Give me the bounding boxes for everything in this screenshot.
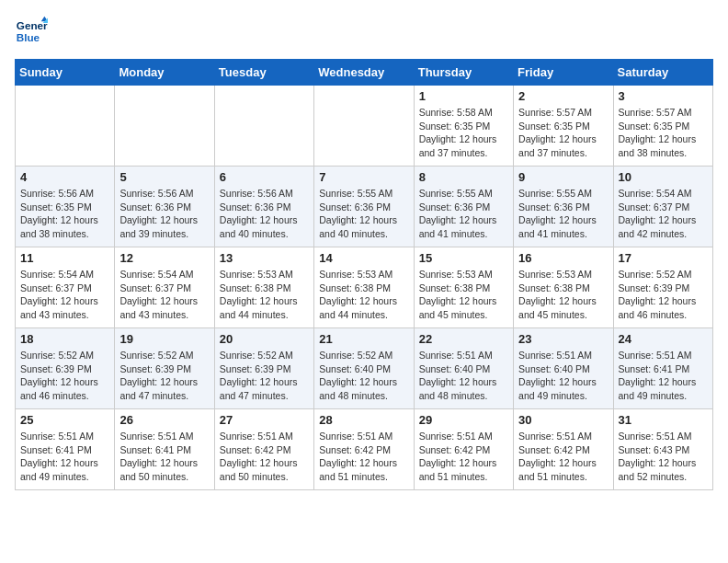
calendar-cell: 17Sunrise: 5:52 AM Sunset: 6:39 PM Dayli…: [613, 247, 712, 328]
cell-text: Sunrise: 5:55 AM Sunset: 6:36 PM Dayligh…: [419, 187, 508, 241]
cell-text: Sunrise: 5:53 AM Sunset: 6:38 PM Dayligh…: [518, 268, 608, 322]
calendar-cell: 16Sunrise: 5:53 AM Sunset: 6:38 PM Dayli…: [514, 247, 613, 328]
day-number: 12: [119, 251, 209, 265]
calendar-cell: 13Sunrise: 5:53 AM Sunset: 6:38 PM Dayli…: [214, 247, 313, 328]
day-number: 9: [518, 170, 608, 184]
cell-text: Sunrise: 5:51 AM Sunset: 6:42 PM Dayligh…: [220, 430, 309, 484]
calendar-cell: 22Sunrise: 5:51 AM Sunset: 6:40 PM Dayli…: [414, 328, 513, 409]
calendar-cell: 19Sunrise: 5:52 AM Sunset: 6:39 PM Dayli…: [115, 328, 214, 409]
day-number: 22: [419, 332, 508, 346]
calendar-cell: 9Sunrise: 5:55 AM Sunset: 6:36 PM Daylig…: [514, 167, 613, 247]
cell-text: Sunrise: 5:54 AM Sunset: 6:37 PM Dayligh…: [619, 187, 708, 241]
day-number: 14: [319, 251, 408, 265]
calendar-cell: 27Sunrise: 5:51 AM Sunset: 6:42 PM Dayli…: [214, 409, 313, 490]
calendar-cell: 2Sunrise: 5:57 AM Sunset: 6:35 PM Daylig…: [514, 86, 613, 167]
calendar-cell: 18Sunrise: 5:52 AM Sunset: 6:39 PM Dayli…: [16, 328, 115, 409]
day-number: 30: [518, 413, 608, 427]
cell-text: Sunrise: 5:52 AM Sunset: 6:39 PM Dayligh…: [20, 349, 109, 403]
day-number: 28: [319, 413, 408, 427]
calendar-cell: 7Sunrise: 5:55 AM Sunset: 6:36 PM Daylig…: [314, 167, 414, 247]
cell-text: Sunrise: 5:51 AM Sunset: 6:43 PM Dayligh…: [619, 430, 708, 484]
page-header: General Blue: [15, 15, 713, 48]
calendar-cell: 10Sunrise: 5:54 AM Sunset: 6:37 PM Dayli…: [613, 167, 712, 247]
day-number: 13: [220, 251, 309, 265]
day-number: 31: [619, 413, 708, 427]
day-number: 15: [419, 251, 508, 265]
cell-text: Sunrise: 5:54 AM Sunset: 6:37 PM Dayligh…: [119, 268, 209, 322]
weekday-header-tuesday: Tuesday: [214, 60, 313, 86]
calendar-cell: 24Sunrise: 5:51 AM Sunset: 6:41 PM Dayli…: [613, 328, 712, 409]
day-number: 23: [518, 332, 608, 346]
day-number: 20: [220, 332, 309, 346]
cell-text: Sunrise: 5:54 AM Sunset: 6:37 PM Dayligh…: [20, 268, 109, 322]
day-number: 19: [119, 332, 209, 346]
calendar-cell: [214, 86, 313, 167]
calendar-header: SundayMondayTuesdayWednesdayThursdayFrid…: [16, 60, 713, 86]
cell-text: Sunrise: 5:52 AM Sunset: 6:39 PM Dayligh…: [220, 349, 309, 403]
day-number: 26: [119, 413, 209, 427]
svg-text:Blue: Blue: [17, 31, 40, 43]
cell-text: Sunrise: 5:53 AM Sunset: 6:38 PM Dayligh…: [419, 268, 508, 322]
day-number: 17: [619, 251, 708, 265]
cell-text: Sunrise: 5:51 AM Sunset: 6:41 PM Dayligh…: [20, 430, 109, 484]
cell-text: Sunrise: 5:58 AM Sunset: 6:35 PM Dayligh…: [419, 106, 508, 160]
day-number: 29: [419, 413, 508, 427]
day-number: 27: [220, 413, 309, 427]
calendar-cell: 14Sunrise: 5:53 AM Sunset: 6:38 PM Dayli…: [314, 247, 414, 328]
calendar-cell: 23Sunrise: 5:51 AM Sunset: 6:40 PM Dayli…: [514, 328, 613, 409]
calendar-cell: 15Sunrise: 5:53 AM Sunset: 6:38 PM Dayli…: [414, 247, 513, 328]
cell-text: Sunrise: 5:55 AM Sunset: 6:36 PM Dayligh…: [518, 187, 608, 241]
day-number: 16: [518, 251, 608, 265]
weekday-header-wednesday: Wednesday: [314, 60, 414, 86]
cell-text: Sunrise: 5:51 AM Sunset: 6:42 PM Dayligh…: [319, 430, 408, 484]
weekday-header-saturday: Saturday: [613, 60, 712, 86]
cell-text: Sunrise: 5:56 AM Sunset: 6:35 PM Dayligh…: [20, 187, 109, 241]
calendar-cell: 28Sunrise: 5:51 AM Sunset: 6:42 PM Dayli…: [314, 409, 414, 490]
calendar-cell: 6Sunrise: 5:56 AM Sunset: 6:36 PM Daylig…: [214, 167, 313, 247]
day-number: 4: [20, 170, 109, 184]
calendar-cell: 5Sunrise: 5:56 AM Sunset: 6:36 PM Daylig…: [115, 167, 214, 247]
day-number: 5: [119, 170, 209, 184]
logo-icon: General Blue: [15, 15, 48, 48]
calendar-cell: 26Sunrise: 5:51 AM Sunset: 6:41 PM Dayli…: [115, 409, 214, 490]
cell-text: Sunrise: 5:51 AM Sunset: 6:40 PM Dayligh…: [518, 349, 608, 403]
calendar-cell: 8Sunrise: 5:55 AM Sunset: 6:36 PM Daylig…: [414, 167, 513, 247]
cell-text: Sunrise: 5:51 AM Sunset: 6:41 PM Dayligh…: [119, 430, 209, 484]
cell-text: Sunrise: 5:51 AM Sunset: 6:42 PM Dayligh…: [518, 430, 608, 484]
calendar-cell: [115, 86, 214, 167]
cell-text: Sunrise: 5:52 AM Sunset: 6:40 PM Dayligh…: [319, 349, 408, 403]
cell-text: Sunrise: 5:57 AM Sunset: 6:35 PM Dayligh…: [619, 106, 708, 160]
day-number: 2: [518, 89, 608, 103]
calendar-cell: 11Sunrise: 5:54 AM Sunset: 6:37 PM Dayli…: [16, 247, 115, 328]
calendar-cell: 20Sunrise: 5:52 AM Sunset: 6:39 PM Dayli…: [214, 328, 313, 409]
calendar-cell: [314, 86, 414, 167]
day-number: 21: [319, 332, 408, 346]
day-number: 3: [619, 89, 708, 103]
weekday-header-monday: Monday: [115, 60, 214, 86]
calendar-cell: 25Sunrise: 5:51 AM Sunset: 6:41 PM Dayli…: [16, 409, 115, 490]
calendar-cell: 1Sunrise: 5:58 AM Sunset: 6:35 PM Daylig…: [414, 86, 513, 167]
calendar-cell: 21Sunrise: 5:52 AM Sunset: 6:40 PM Dayli…: [314, 328, 414, 409]
day-number: 7: [319, 170, 408, 184]
day-number: 1: [419, 89, 508, 103]
cell-text: Sunrise: 5:52 AM Sunset: 6:39 PM Dayligh…: [119, 349, 209, 403]
weekday-header-friday: Friday: [514, 60, 613, 86]
calendar-cell: [16, 86, 115, 167]
cell-text: Sunrise: 5:52 AM Sunset: 6:39 PM Dayligh…: [619, 268, 708, 322]
calendar-cell: 31Sunrise: 5:51 AM Sunset: 6:43 PM Dayli…: [613, 409, 712, 490]
day-number: 8: [419, 170, 508, 184]
cell-text: Sunrise: 5:53 AM Sunset: 6:38 PM Dayligh…: [220, 268, 309, 322]
cell-text: Sunrise: 5:55 AM Sunset: 6:36 PM Dayligh…: [319, 187, 408, 241]
cell-text: Sunrise: 5:57 AM Sunset: 6:35 PM Dayligh…: [518, 106, 608, 160]
calendar-cell: 12Sunrise: 5:54 AM Sunset: 6:37 PM Dayli…: [115, 247, 214, 328]
day-number: 25: [20, 413, 109, 427]
cell-text: Sunrise: 5:51 AM Sunset: 6:41 PM Dayligh…: [619, 349, 708, 403]
day-number: 10: [619, 170, 708, 184]
calendar-table: SundayMondayTuesdayWednesdayThursdayFrid…: [15, 59, 713, 490]
day-number: 18: [20, 332, 109, 346]
day-number: 6: [220, 170, 309, 184]
cell-text: Sunrise: 5:53 AM Sunset: 6:38 PM Dayligh…: [319, 268, 408, 322]
calendar-cell: 30Sunrise: 5:51 AM Sunset: 6:42 PM Dayli…: [514, 409, 613, 490]
calendar-cell: 4Sunrise: 5:56 AM Sunset: 6:35 PM Daylig…: [16, 167, 115, 247]
day-number: 11: [20, 251, 109, 265]
